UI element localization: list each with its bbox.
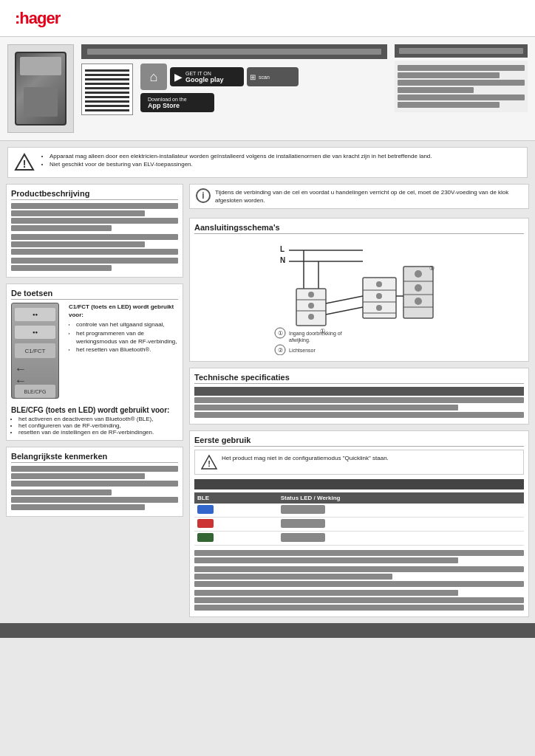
page-header: :hager (0, 0, 535, 37)
ble-indicator-1 (194, 504, 278, 518)
svg-point-28 (415, 284, 422, 292)
info-circle-icon: i (196, 188, 211, 203)
svg-point-12 (308, 303, 314, 309)
svg-text:Ingang doorbrekking of: Ingang doorbrekking of (289, 331, 342, 337)
eerste-gebruik-section: Eerste gebruik ! Het product mag niet in… (189, 430, 529, 617)
desc-line-2 (398, 72, 500, 78)
ble-table-header-status: Status LED / Werking (278, 492, 524, 504)
other-store-icon: ⊞ (250, 73, 256, 81)
device-diagram: ●● ●● C1/FCT ← ← BLE/CFG (11, 303, 63, 399)
eerste-gebruik-warning-text: Het product mag niet in de configuratiem… (222, 454, 389, 462)
toetsen-blecfg: BLE/CFG (toets en LED) wordt gebruikt vo… (11, 406, 178, 436)
wiring-diagram-svg: L N (194, 237, 524, 355)
google-play-button[interactable]: ▶ GET IT ON Google play (170, 67, 244, 86)
de-toetsen-title: De toetsen (11, 289, 178, 300)
ble-table: BLE Status LED / Werking (194, 492, 524, 546)
other-store-button[interactable]: ⊞ scan (247, 67, 299, 86)
btn-row-bot2: BLE/CFG (15, 385, 55, 398)
c1fct-item-1: controle van het uitgaand signaal, (76, 320, 178, 329)
svg-point-11 (308, 292, 314, 298)
desc-line-5 (398, 94, 525, 100)
left-column: Productbeschrijving De toetsen ●● (6, 184, 183, 617)
toetsen-content: ●● ●● C1/FCT ← ← BLE/CFG C1/FCT (toe (11, 303, 178, 402)
c1fct-item-2: het programmeren van de werkingsmodus va… (76, 329, 178, 346)
google-play-icon: ▶ (174, 71, 183, 83)
google-play-label: Google play (185, 76, 224, 83)
svg-text:①: ① (429, 265, 435, 272)
top-desc-column (395, 44, 528, 133)
ble-row-3 (194, 532, 524, 546)
svg-point-19 (376, 293, 382, 299)
ble-green-indicator (197, 533, 214, 542)
desc-line-1 (398, 65, 525, 71)
ble-status-bar-3 (281, 533, 325, 542)
ble-status-2 (278, 518, 524, 532)
specs-text-placeholder (194, 387, 524, 396)
home-app-icon[interactable]: ⌂ (140, 63, 167, 90)
kenmerken-text (11, 466, 178, 510)
svg-text:②: ② (278, 347, 283, 354)
kenmerken-title: Belangrijkste kenmerken (11, 452, 178, 463)
de-toetsen-section: De toetsen ●● ●● C1/FCT ← ← BLE/CFG (6, 284, 183, 441)
device-diagram-img: ●● ●● C1/FCT ← ← BLE/CFG (11, 303, 59, 399)
ble-indicator-2 (194, 518, 278, 532)
desc-line-6 (398, 102, 500, 108)
desc-title-placeholder (399, 48, 523, 54)
ble-red-indicator (197, 519, 214, 528)
svg-text:①: ① (320, 328, 325, 334)
ble-status-bar-1 (281, 505, 325, 514)
blecfg-item-3: resetten van de instellingen en de RF-ve… (18, 429, 178, 436)
svg-text:afwijking.: afwijking. (289, 337, 310, 343)
aansluitingsschemas-section: Aansluitingsschema's L N (189, 218, 529, 362)
main-content: Productbeschrijving De toetsen ●● (0, 184, 535, 623)
warning-section: ! Apparaat mag alleen door een elektrici… (7, 147, 528, 178)
technische-specificaties-title: Technische specificaties (194, 373, 524, 384)
product-info-center: ⌂ ▶ GET IT ON Google play ⊞ scan (81, 44, 387, 133)
google-play-label-small: GET IT ON (185, 71, 224, 76)
blecfg-item-2: het configureren van de RF-verbinding, (18, 422, 178, 429)
warning-triangle-icon: ! (14, 152, 35, 173)
btn-row-bot: C1/FCT (15, 343, 55, 358)
svg-text:①: ① (278, 330, 283, 337)
ble-row-2 (194, 518, 524, 532)
ble-status-3 (278, 532, 524, 546)
info-text: Tijdens de verbinding van de cel en voor… (215, 188, 522, 205)
app-store-button[interactable]: Download on the App Store (140, 93, 214, 112)
other-store-label: scan (259, 75, 270, 80)
eerste-gebruik-title: Eerste gebruik (194, 436, 524, 447)
info-box: i Tijdens de verbinding van de cel en vo… (189, 184, 529, 209)
top-product-section: ⌂ ▶ GET IT ON Google play ⊞ scan (0, 37, 535, 141)
ble-status-bar-2 (281, 519, 325, 528)
svg-point-20 (376, 305, 382, 311)
product-title-bar (81, 44, 387, 59)
svg-text:L: L (280, 245, 284, 253)
c1fct-title: C1/FCT (toets en LED) wordt gebruikt voo… (69, 303, 174, 318)
svg-point-13 (308, 314, 314, 320)
productbeschrijving-text (11, 203, 178, 271)
svg-text:!: ! (208, 459, 211, 468)
right-column: i Tijdens de verbinding van de cel en vo… (183, 184, 529, 617)
desc-line-4 (398, 87, 474, 93)
toetsen-c1fct-text: C1/FCT (toets en LED) wordt gebruikt voo… (69, 303, 178, 354)
qr-and-apps: ⌂ ▶ GET IT ON Google play ⊞ scan (81, 63, 387, 115)
product-device-image (15, 52, 67, 126)
warning-small-icon: ! (201, 454, 217, 470)
svg-line-22 (326, 307, 363, 315)
right-header-strip (395, 44, 528, 58)
product-title-placeholder (87, 49, 381, 55)
kenmerken-section: Belangrijkste kenmerken (6, 447, 183, 517)
warning-item-1: Apparaat mag alleen door een elektricien… (50, 152, 432, 160)
app-store-label-small: Download on the (148, 97, 187, 102)
eerste-gebruik-extras (194, 550, 524, 611)
svg-point-27 (415, 270, 422, 278)
warning-text: Apparaat mag alleen door een elektricien… (41, 152, 432, 168)
technische-specificaties-section: Technische specificaties (189, 368, 529, 425)
svg-line-21 (326, 296, 363, 303)
svg-point-29 (415, 298, 422, 305)
ble-indicator-3 (194, 532, 278, 546)
ble-blue-indicator (197, 505, 214, 514)
warning-item-2: Niet geschikt voor de besturing van ELV-… (50, 160, 432, 168)
bottom-bar (0, 623, 535, 638)
aansluitingsschemas-title: Aansluitingsschema's (194, 223, 524, 234)
desc-line-3 (398, 80, 525, 86)
